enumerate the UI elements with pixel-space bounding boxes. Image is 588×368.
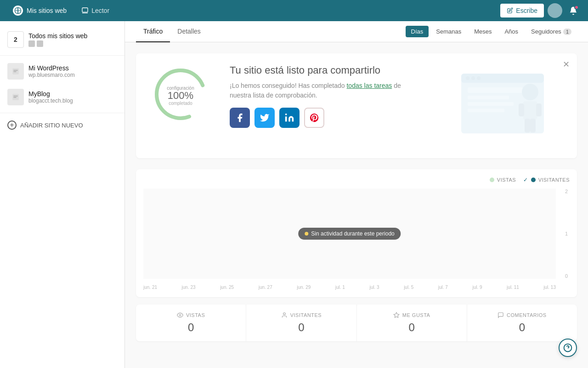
svg-rect-4 [14,70,18,71]
sidebar-divider-2 [0,113,124,113]
main-content: Tráfico Detalles Días Semanas Meses Años… [125,21,588,368]
stat-visitantes-label-row: VISITANTES [257,312,345,318]
sidebar-divider-1 [0,55,124,56]
x-label-6: jul. 3 [369,285,379,290]
x-label-1: jun. 23 [182,285,196,290]
share-twitter[interactable] [254,108,275,128]
seguidores-label: Seguidores [531,28,561,35]
user-avatar[interactable] [548,3,562,18]
chart-y-axis: 2 1 0 [565,189,570,279]
stats-row: VISTAS 0 VISITANTES 0 ME GUSTA 0 [136,305,577,341]
x-label-9: jul. 9 [472,285,482,290]
stat-visitantes-label: VISITANTES [290,312,322,318]
no-activity-dot [305,232,308,236]
help-button[interactable] [559,339,577,357]
share-pinterest[interactable] [304,108,324,128]
promo-text: Tu sitio está listo para compartirlo ¡Lo… [230,64,419,128]
stat-comentarios-label-row: COMENTARIOS [478,312,566,318]
no-activity-text: Sin actividad durante este periodo [311,230,394,237]
svg-rect-8 [14,97,17,98]
seguidores-count: 1 [563,29,571,35]
stat-megusta: ME GUSTA 0 [357,305,467,341]
svg-rect-21 [468,102,514,106]
x-label-5: jul. 1 [335,285,345,290]
share-facebook[interactable] [230,108,250,128]
wordpress-logo [13,6,23,16]
add-icon: + [7,121,17,130]
stat-comentarios-label: COMENTARIOS [507,312,547,318]
question-mark-icon [563,343,572,352]
sidebar: 2 Todos mis sitios web Mi WordPress wp.b… [0,21,125,368]
legend-vistas-label: VISTAS [497,177,516,183]
period-weeks[interactable]: Semanas [430,26,467,37]
period-days[interactable]: Días [406,26,429,37]
x-label-10: jul. 11 [507,285,519,290]
brand-button[interactable]: Mis sitios web [7,3,72,18]
notifications-bell[interactable] [566,3,581,18]
svg-point-18 [477,76,481,80]
write-button[interactable]: Escribe [500,4,544,17]
period-years[interactable]: Años [499,26,524,37]
tabs-bar: Tráfico Detalles Días Semanas Meses Años… [125,21,588,42]
miwordpress-name: Mi WordPress [28,64,117,72]
svg-rect-26 [536,104,542,116]
checkmark-icon: ✓ [523,177,528,183]
site-icon-1 [28,40,35,47]
site-thumb-myblog [7,89,24,105]
x-label-3: jun. 27 [259,285,272,290]
svg-marker-31 [394,312,399,317]
promo-banner: configuración 100% completado Tu sitio e… [136,53,577,158]
svg-point-29 [179,314,181,316]
site-icon-2 [37,40,43,47]
promo-link[interactable]: todas las tareas [346,82,392,89]
gauge-sublabel: completado [167,101,194,106]
svg-point-23 [522,84,538,100]
gauge-center: configuración 100% completado [167,86,194,106]
chart-area: Sin actividad durante este periodo [143,189,556,279]
period-months[interactable]: Meses [469,26,497,37]
social-share-buttons [230,108,419,128]
no-activity-message: Sin actividad durante este periodo [298,228,401,240]
top-navigation: Mis sitios web Lector Escribe [0,0,588,21]
myblog-url: blogacct.tech.blog [28,98,117,104]
y-label-0: 0 [565,273,568,279]
all-sites-info: Todos mis sitios web [28,32,117,47]
svg-rect-5 [14,71,17,72]
x-label-2: jun. 25 [220,285,234,290]
reader-label: Lector [91,7,109,14]
svg-rect-22 [468,109,504,112]
svg-rect-7 [14,96,18,97]
add-site-label: AÑADIR SITIO NUEVO [20,122,83,129]
svg-rect-28 [530,119,536,132]
stat-megusta-label: ME GUSTA [402,312,430,318]
miwordpress-info: Mi WordPress wp.bluesmaro.com [28,64,117,78]
promo-illustration [434,64,562,147]
add-site-button[interactable]: + AÑADIR SITIO NUEVO [0,116,124,134]
seguidores-button[interactable]: Seguidores 1 [526,26,577,37]
sidebar-site-miwordpress[interactable]: Mi WordPress wp.bluesmaro.com [0,58,124,84]
close-promo-button[interactable]: ✕ [560,59,571,70]
all-sites-icons [28,40,117,47]
svg-rect-19 [468,87,523,93]
notification-badge [574,5,579,10]
chart-x-axis: jun. 21 jun. 23 jun. 25 jun. 27 jun. 29 … [143,285,556,290]
promo-desc-before: ¡Lo hemos conseguido! Has completado [230,82,346,89]
brand-label: Mis sitios web [27,7,67,14]
nav-right-actions: Escribe [500,3,581,18]
stat-vistas-value: 0 [147,321,235,334]
share-linkedin[interactable] [279,108,300,128]
legend-dot-vistas [490,178,494,182]
svg-rect-11 [285,116,287,121]
promo-description: ¡Lo hemos conseguido! Has completado tod… [230,81,419,100]
reader-nav-item[interactable]: Lector [76,4,115,17]
all-sites-item[interactable]: 2 Todos mis sitios web [0,27,124,52]
chart-section: VISTAS ✓ VISITANTES Sin actividad durant… [136,169,577,297]
sidebar-site-myblog[interactable]: MyBlog blogacct.tech.blog [0,84,124,110]
legend-visitantes: ✓ VISITANTES [523,177,570,183]
stat-vistas: VISTAS 0 [136,305,246,341]
svg-rect-25 [519,104,524,116]
tab-detalles[interactable]: Detalles [170,21,208,42]
gauge-percent: 100% [167,91,194,101]
myblog-name: MyBlog [28,90,117,98]
tab-trafico[interactable]: Tráfico [136,21,170,42]
